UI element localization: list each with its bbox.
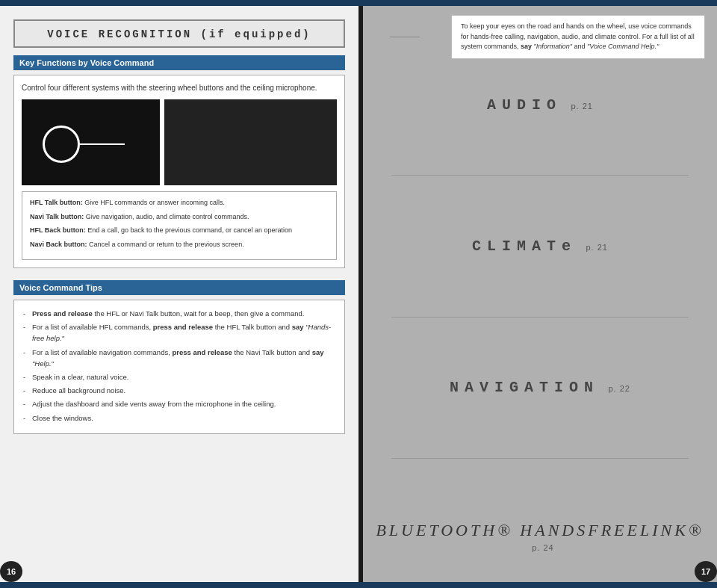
bottom-bar	[0, 582, 717, 588]
tip-2-rest2: the HFL Talk button and	[215, 323, 292, 331]
voice-title: VOICE RECOGNITION (if equipped)	[47, 28, 311, 40]
bluetooth-title: BLUETOOTH® HANDSFREELINK®	[376, 521, 704, 539]
right-section-navigation: NAVIGATION p. 22	[375, 379, 705, 396]
climate-title: CLIMATe	[472, 238, 577, 255]
divider-3	[391, 458, 689, 459]
btn-desc-1: HFL Talk button: Give HFL commands or an…	[30, 198, 329, 208]
page-num-left: 16	[0, 561, 22, 582]
tooltip-italic1: "Information"	[534, 43, 572, 50]
tooltip-container: To keep your eyes on the road and hands …	[375, 15, 705, 59]
right-page: To keep your eyes on the road and hands …	[363, 6, 717, 582]
btn-text-4: Cancel a command or return to the previo…	[89, 241, 244, 248]
divider-1	[391, 175, 689, 176]
voice-tips-header: Voice Command Tips	[13, 280, 345, 295]
btn-desc-4: Navi Back button: Cancel a command or re…	[30, 240, 329, 250]
tooltip-box: To keep your eyes on the road and hands …	[451, 15, 705, 59]
steering-circle	[43, 126, 80, 163]
btn-label-1: HFL Talk button:	[30, 199, 83, 206]
btn-label-3: HFL Back button:	[30, 226, 86, 234]
key-functions-desc: Control four different systems with the …	[22, 83, 337, 93]
tooltip-and: and	[574, 43, 588, 50]
tip-3-italic: "Help."	[32, 359, 54, 368]
key-functions-box: Control four different systems with the …	[13, 75, 345, 268]
tip-3-bold: press and release	[172, 348, 232, 356]
audio-title: AUDIO	[487, 96, 562, 114]
navigation-title: NAVIGATION	[450, 379, 599, 396]
tooltip-arrow	[390, 37, 420, 37]
divider-2	[391, 317, 689, 318]
btn-text-2: Give navigation, audio, and climate cont…	[86, 213, 249, 220]
tip-1: Press and release the HFL or Navi Talk b…	[23, 308, 335, 319]
btn-desc-3: HFL Back button: End a call, go back to …	[30, 226, 329, 236]
tip-6: Adjust the dashboard and side vents away…	[23, 398, 335, 409]
tip-7: Close the windows.	[23, 412, 335, 424]
steering-wheel-image	[22, 99, 160, 185]
btn-label-4: Navi Back button:	[30, 241, 87, 248]
main-content: VOICE RECOGNITION (if equipped) Key Func…	[0, 6, 717, 582]
tips-content: Press and release the HFL or Navi Talk b…	[13, 300, 345, 434]
tip-5: Reduce all background noise.	[23, 385, 335, 396]
right-section-audio: AUDIO p. 21	[375, 96, 705, 114]
tip-2-rest: For a list of available HFL commands,	[32, 323, 153, 331]
btn-text-1: Give HFL commands or answer incoming cal…	[84, 199, 225, 206]
tip-6-text: Adjust the dashboard and side vents away…	[32, 400, 276, 408]
bluetooth-page: p. 24	[532, 543, 553, 552]
voice-title-box: VOICE RECOGNITION (if equipped)	[13, 19, 345, 48]
tip-3-rest2: the Navi Talk button and	[234, 348, 311, 356]
tip-3-rest: For a list of available navigation comma…	[32, 348, 172, 356]
tip-1-rest: the HFL or Navi Talk button, wait for a …	[94, 309, 304, 318]
left-page: VOICE RECOGNITION (if equipped) Key Func…	[0, 6, 358, 582]
microphone-image	[164, 99, 337, 185]
top-bar	[0, 0, 717, 6]
tip-2-say: say	[292, 323, 304, 331]
voice-tips-section: Voice Command Tips Press and release the…	[13, 280, 345, 434]
tip-4: Speak in a clear, natural voice.	[23, 371, 335, 383]
tip-1-bold: Press and release	[32, 309, 93, 318]
tooltip-italic2: "Voice Command Help."	[587, 43, 659, 50]
buttons-desc-box: HFL Talk button: Give HFL commands or an…	[22, 191, 337, 260]
right-section-climate: CLIMATe p. 21	[375, 238, 705, 255]
tip-7-text: Close the windows.	[32, 414, 93, 422]
steering-line	[80, 143, 125, 145]
tip-3: For a list of available navigation comma…	[23, 347, 335, 369]
tips-list: Press and release the HFL or Navi Talk b…	[23, 308, 335, 424]
btn-text-3: End a call, go back to the previous comm…	[87, 226, 292, 234]
tip-4-text: Speak in a clear, natural voice.	[32, 373, 128, 381]
tip-2: For a list of available HFL commands, pr…	[23, 321, 335, 344]
tip-2-bold: press and release	[153, 323, 213, 331]
right-sections: AUDIO p. 21 CLIMATe p. 21 NAVIGATION p. …	[375, 68, 705, 583]
btn-label-2: Navi Talk button:	[30, 213, 84, 220]
tooltip-say: say	[521, 43, 532, 50]
navigation-page: p. 22	[609, 384, 630, 393]
btn-desc-2: Navi Talk button: Give navigation, audio…	[30, 212, 329, 223]
right-section-bluetooth: BLUETOOTH® HANDSFREELINK® p. 24	[375, 521, 705, 554]
images-row	[22, 99, 337, 185]
page-num-right: 17	[695, 561, 717, 582]
key-functions-header: Key Functions by Voice Command	[13, 55, 345, 70]
tip-5-text: Reduce all background noise.	[32, 386, 125, 394]
climate-page: p. 21	[586, 243, 608, 252]
tip-3-say: say	[312, 348, 324, 356]
audio-page: p. 21	[571, 102, 593, 111]
